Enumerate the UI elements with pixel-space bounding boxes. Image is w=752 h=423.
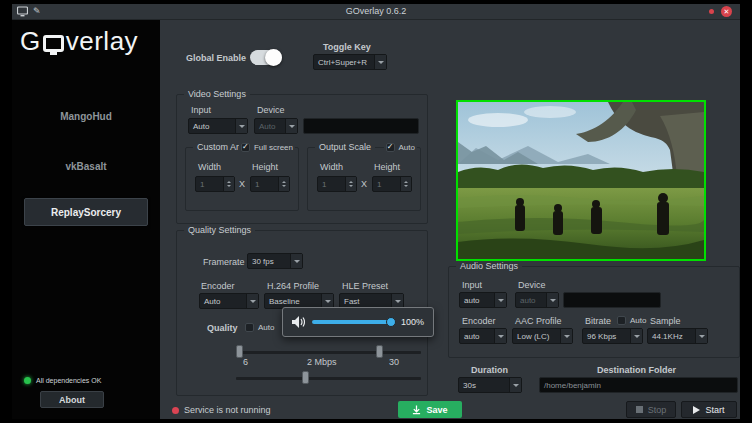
audio-encoder-select[interactable]: auto [459,328,507,344]
quality-auto-label: Auto [258,323,274,332]
volume-slider[interactable] [312,320,394,324]
scale-height-value: 1 [373,177,400,191]
video-input-select[interactable]: Auto [188,118,248,134]
width-label: Width [198,162,221,172]
audio-device-value: auto [516,293,546,307]
quality-auto-checkbox[interactable]: Auto [245,323,274,332]
audio-encoder-value: auto [460,329,494,343]
audio-settings-group: Audio Settings Input auto Device auto En… [448,266,740,358]
custom-width-spinbox[interactable]: 1 [195,176,235,192]
start-button[interactable]: Start [681,401,737,418]
quality-label: Quality [207,323,238,333]
sample-select[interactable]: 44.1KHz [647,328,708,344]
quality-slider-max-handle[interactable] [376,345,383,358]
check-icon [386,143,395,152]
titlebar[interactable]: ✎ GOverlay 0.6.2 ✕ [12,4,740,20]
spinner-arrows-icon[interactable] [345,177,356,191]
h264-profile-value: Baseline [265,294,321,308]
quality-slider[interactable] [236,351,421,354]
dimension-separator: X [239,179,245,189]
aac-profile-select[interactable]: Low (LC) [512,328,573,344]
output-scale-auto-checkbox[interactable]: Auto [384,143,417,152]
scale-width-spinbox[interactable]: 1 [317,176,357,192]
stop-button[interactable]: Stop [626,401,676,418]
chevron-down-icon [321,294,333,308]
bitrate-auto-checkbox[interactable]: Auto [617,316,646,325]
spinner-arrows-icon[interactable] [278,177,289,191]
chevron-down-icon [630,329,642,343]
toggle-key-select[interactable]: Ctrl+Super+R [313,54,387,70]
height-label: Height [374,162,400,172]
chevron-down-icon [235,119,247,133]
about-button-label: About [59,395,85,405]
height-label: Height [252,162,278,172]
bitrate-slider[interactable] [236,377,421,380]
chevron-down-icon [509,378,521,392]
video-device-select[interactable]: Auto [254,118,298,134]
quality-max-label: 30 [389,357,399,367]
notification-dot [709,9,714,14]
start-button-label: Start [705,405,724,415]
sidebar: G verlay MangoHud vkBasalt ReplaySorcery… [12,20,160,419]
bitrate-auto-label: Auto [630,316,646,325]
chevron-down-icon [546,293,558,307]
sidebar-item-replaysorcery[interactable]: ReplaySorcery [24,198,148,226]
audio-input-label: Input [462,280,482,290]
bitrate-value-label: 2 Mbps [307,357,337,367]
bitrate-value: 96 Kbps [583,329,630,343]
sidebar-item-mangohud[interactable]: MangoHud [24,102,148,130]
sample-label: Sample [650,316,681,326]
check-icon [617,316,626,325]
framerate-label: Framerate [203,257,245,267]
bitrate-select[interactable]: 96 Kbps [582,328,643,344]
status-ok-icon [24,377,31,384]
custom-height-spinbox[interactable]: 1 [250,176,290,192]
about-button[interactable]: About [40,391,104,408]
monitor-icon [43,35,64,52]
global-enable-toggle[interactable] [250,50,282,65]
video-device-field[interactable] [303,118,419,134]
service-error-icon [172,407,179,414]
framerate-select[interactable]: 30 fps [247,253,303,269]
spinner-arrows-icon[interactable] [223,177,234,191]
duration-select[interactable]: 30s [458,377,522,393]
app-window: ✎ GOverlay 0.6.2 ✕ G verlay MangoHud vkB… [12,4,740,419]
bitrate-label: Bitrate [585,316,611,326]
quality-slider-min-handle[interactable] [236,345,243,358]
audio-input-select[interactable]: auto [459,292,507,308]
duration-label: Duration [471,365,508,375]
volume-popup: 100% [282,307,434,337]
chevron-down-icon [246,294,258,308]
close-button[interactable]: ✕ [721,6,732,17]
quality-min-label: 6 [243,357,248,367]
scale-width-value: 1 [318,177,345,191]
audio-settings-title: Audio Settings [456,261,522,271]
aac-profile-value: Low (LC) [513,329,560,343]
spinner-arrows-icon[interactable] [400,177,411,191]
scale-height-spinbox[interactable]: 1 [372,176,412,192]
sidebar-item-label: MangoHud [60,111,112,122]
sample-value: 44.1KHz [648,329,695,343]
encoder-label: Encoder [201,281,235,291]
toggle-knob [265,49,282,66]
audio-device-select[interactable]: auto [515,292,559,308]
audio-device-field[interactable] [563,292,661,308]
check-icon [241,143,250,152]
input-label: Input [191,105,211,115]
fullscreen-checkbox[interactable]: Full screen [239,143,295,152]
chevron-down-icon [560,329,572,343]
output-scale-title: Output Scale [315,142,375,152]
hle-preset-value: Fast [340,294,391,308]
sidebar-item-label: ReplaySorcery [51,207,121,218]
encoder-select[interactable]: Auto [199,293,259,309]
save-button[interactable]: Save [398,401,462,418]
dependencies-status-text: All dependencies OK [36,377,101,384]
volume-knob[interactable] [386,317,396,327]
audio-device-label: Device [518,280,546,290]
sidebar-item-label: vkBasalt [65,161,106,172]
bitrate-slider-handle[interactable] [302,371,309,384]
global-enable-label: Global Enable [186,53,246,63]
sidebar-item-vkbasalt[interactable]: vkBasalt [24,152,148,180]
chevron-down-icon [494,293,506,307]
destination-field[interactable]: /home/benjamin [539,377,738,393]
